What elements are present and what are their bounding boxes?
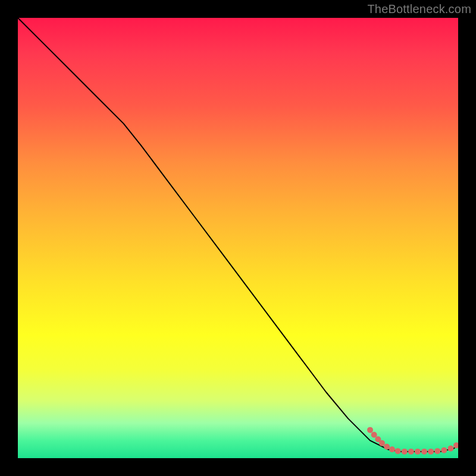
scatter-point: [415, 449, 421, 455]
scatter-point: [384, 444, 390, 450]
scatter-point: [428, 449, 434, 455]
scatter-point: [389, 446, 395, 452]
scatter-point: [395, 448, 401, 454]
attribution-text: TheBottleneck.com: [367, 2, 471, 16]
scatter-point: [421, 449, 427, 455]
scatter-point: [441, 447, 447, 453]
chart-svg-layer: [18, 18, 458, 458]
scatter-point: [408, 449, 414, 455]
scatter-point: [371, 432, 377, 438]
bottleneck-curve-line: [18, 18, 458, 452]
chart-plot-area: [18, 18, 458, 458]
scatter-point: [434, 448, 440, 454]
scatter-point: [402, 449, 408, 455]
scatter-point: [367, 427, 373, 433]
scatter-point: [379, 440, 385, 446]
chart-frame: TheBottleneck.com: [0, 0, 476, 476]
scatter-point: [447, 446, 453, 452]
scatter-points-group: [367, 427, 458, 455]
